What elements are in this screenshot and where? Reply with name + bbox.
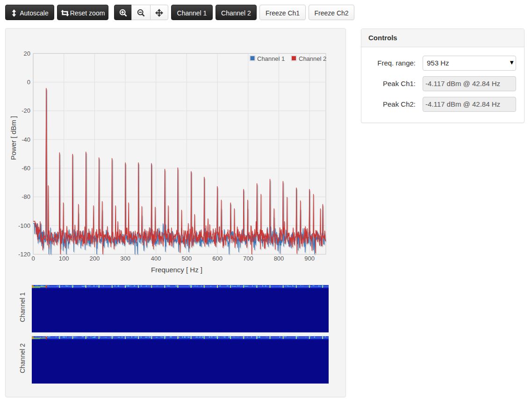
svg-text:500: 500 — [182, 255, 192, 262]
svg-text:20: 20 — [24, 50, 30, 57]
svg-text:700: 700 — [243, 255, 253, 262]
svg-text:-20: -20 — [22, 107, 30, 114]
svg-text:600: 600 — [212, 255, 223, 262]
svg-text:Channel 2: Channel 2 — [19, 343, 26, 373]
svg-text:800: 800 — [274, 255, 284, 262]
svg-text:Frequency [ Hz ]: Frequency [ Hz ] — [151, 266, 202, 274]
svg-text:Channel 1: Channel 1 — [257, 55, 285, 62]
svg-text:Channel 1: Channel 1 — [19, 292, 26, 322]
svg-text:0: 0 — [31, 255, 35, 262]
svg-text:400: 400 — [151, 255, 161, 262]
svg-text:Channel 2: Channel 2 — [299, 55, 326, 62]
svg-text:200: 200 — [90, 255, 100, 262]
svg-text:Power [ dBm ]: Power [ dBm ] — [9, 116, 17, 160]
svg-text:900: 900 — [304, 255, 315, 262]
svg-text:-40: -40 — [22, 136, 30, 143]
svg-text:-80: -80 — [22, 193, 30, 200]
svg-text:0: 0 — [27, 79, 30, 86]
svg-text:300: 300 — [120, 255, 130, 262]
svg-text:-100: -100 — [18, 222, 30, 229]
svg-text:-60: -60 — [22, 165, 30, 172]
svg-text:100: 100 — [59, 255, 69, 262]
svg-text:-120: -120 — [18, 251, 30, 258]
